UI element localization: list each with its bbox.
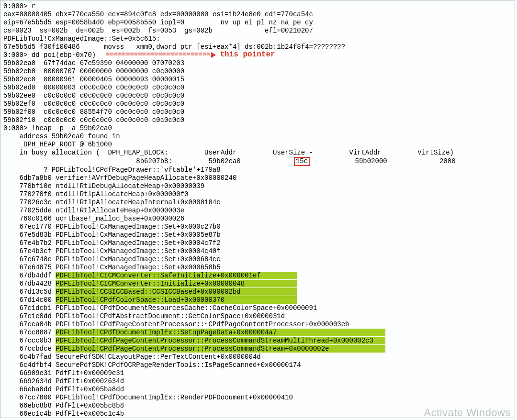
output-line: 67e4b3cf PDFLibTool!CxManagedImage::Set+…	[3, 247, 512, 255]
output-line: 0:000> dd poi(ebp-0x70)	[3, 51, 512, 59]
usersize-highlight-box: 15c	[294, 157, 310, 166]
output-line: 8b6207b8: 59b02ea0 15c - 59b02000 2000	[3, 157, 512, 166]
output-line: 67d14c00 PDFLibTool!CPdfColorSpace::Load…	[3, 296, 512, 304]
output-line: 59b02ec0 00000961 00000405 00000093 0000…	[3, 76, 512, 84]
output-line: _DPH_HEAP_ROOT @ 6b1000	[3, 141, 512, 149]
output-line: ? PDFLibTool!CPdfPageDrawer::`vftable'+1…	[3, 166, 512, 174]
highlighted-frame: PDFLibTool!CCSICCBased::CCSICCBased+0x00…	[56, 288, 297, 296]
output-line: 67c1dcb1 PDFLibTool!CPdfDocumentResource…	[3, 304, 512, 312]
highlighted-frame: PDFLibTool!CPdfDocumentImplEx::SetupPage…	[56, 329, 385, 336]
output-line: eip=67e5b5d5 esp=0058b4d0 ebp=0058b550 i…	[3, 19, 512, 27]
output-line: 6692634d PdfFlt+0x0002634d	[3, 377, 512, 386]
output-line: 59b02ee0 c0c0c0c0 c0c0c0c0 c0c0c0c0 c0c0…	[3, 92, 512, 100]
output-line: 760c0166 ucrtbase!_malloc_base+0x0000002…	[3, 215, 512, 223]
output-line: cs=0023 ss=002b ds=002b es=002b fs=0053 …	[3, 27, 512, 35]
output-line: 59b02ed0 00000003 c0c0c0c0 c0c0c0c0 c0c0…	[3, 84, 512, 92]
highlighted-frame: PDFLibTool!CICMConverter::SafeInitialize…	[56, 272, 297, 279]
output-line: 67ccbdce PDFLibTool!CPdfPageContentProce…	[3, 345, 512, 353]
output-line: 67cc8887 PDFLibTool!CPdfDocumentImplEx::…	[3, 329, 512, 337]
output-line: 0:000> !heap -p -a 59b02ea0	[3, 124, 512, 133]
output-line: 67c1e0dd PDFLibTool!CPdfAbstractDocument…	[3, 312, 512, 321]
output-line: 66eba8dd PdfFlt+0x005ba8dd	[3, 386, 512, 394]
output-line: 67cc7800 PDFLibTool!CPdfDocumentImplEx::…	[3, 394, 512, 402]
highlighted-frame: PDFLibTool!CPdfPageContentProcessor::Pro…	[56, 337, 385, 344]
output-line: 67e6748c PDFLibTool!CxManagedImage::Set+…	[3, 255, 512, 264]
output-line: 770bf10e ntdll!RtlDebugAllocateHeap+0x00…	[3, 182, 512, 190]
output-line: in busy allocation ( DPH_HEAP_BLOCK: Use…	[3, 149, 512, 157]
output-line: 67e5b5d5 f30f100486 movss xmm0,dword ptr…	[3, 43, 512, 51]
highlighted-frame: PDFLibTool!CICMConverter::Initialize+0x0…	[56, 280, 297, 287]
activate-windows-watermark: Activate Windows	[424, 409, 511, 417]
output-text: 0:000> reax=00000405 ebx=770ca550 ecx=89…	[3, 2, 512, 418]
output-line: address 59b02ea0 found in	[3, 133, 512, 141]
output-line: 77025dde ntdll!RtlAllocateHeap+0x0000003…	[3, 207, 512, 215]
output-line: 59b02f00 c0c0c0c0 88554f70 c0c0c0c0 c0c0…	[3, 108, 512, 116]
highlighted-frame: PDFLibTool!CPdfColorSpace::Load+0x000003…	[56, 296, 297, 304]
output-line: 6db7a8b0 verifier!AVrfDebugPageHeapAlloc…	[3, 174, 512, 182]
output-line: 770270f0 ntdll!RtlpAllocateHeap+0x000000…	[3, 190, 512, 199]
output-line: 67ccc0b3 PDFLibTool!CPdfPageContentProce…	[3, 337, 512, 345]
output-line: 67e64875 PDFLibTool!CxManagedImage::Set+…	[3, 264, 512, 272]
output-line: 67e5d83b PDFLibTool!CxManagedImage::Set+…	[3, 231, 512, 239]
output-line: 59b02eb0 00000707 00000000 00000000 c0c0…	[3, 67, 512, 76]
output-line: eax=00000405 ebx=770ca550 ecx=894c0fc8 e…	[3, 11, 512, 19]
output-line: 0:000> r	[3, 2, 512, 11]
output-line: 67db4428 PDFLibTool!CICMConverter::Initi…	[3, 280, 512, 288]
output-line: 67cca84b PDFLibTool!CPdfPageContentProce…	[3, 321, 512, 329]
output-line: 6c4b7fad SecurePdfSDK!CLayoutPage::PerTe…	[3, 353, 512, 361]
output-line: 6c4dfbf4 SecurePdfSDK!CPdfOCRPageRenderT…	[3, 361, 512, 369]
output-line: 67ec1770 PDFLibTool!CxManagedImage::Set+…	[3, 223, 512, 231]
output-line: 59b02ef0 c0c0c0c0 c0c0c0c0 c0c0c0c0 c0c0…	[3, 100, 512, 108]
output-line: 67db4ddf PDFLibTool!CICMConverter::SafeI…	[3, 272, 512, 280]
output-line: 77026e3c ntdll!RtlpAllocateHeapInternal+…	[3, 199, 512, 207]
debugger-output-pane: 0:000> reax=00000405 ebx=770ca550 ecx=89…	[0, 0, 515, 418]
output-line: 59b02f10 c0c0c0c0 c0c0c0c0 c0c0c0c0 c0c0…	[3, 116, 512, 124]
output-line: PDFLibTool!CxManagedImage::Set+0x5c615:	[3, 35, 512, 43]
output-line: 66909e31 PdfFlt+0x00009e31	[3, 369, 512, 377]
output-line: 67d13c5d PDFLibTool!CCSICCBased::CCSICCB…	[3, 288, 512, 296]
highlighted-frame: PDFLibTool!CPdfPageContentProcessor::Pro…	[56, 345, 385, 353]
output-line: 67e4b7b2 PDFLibTool!CxManagedImage::Set+…	[3, 239, 512, 247]
output-line: 59b02ea0 67f74dac 67e59390 04000000 0707…	[3, 59, 512, 67]
